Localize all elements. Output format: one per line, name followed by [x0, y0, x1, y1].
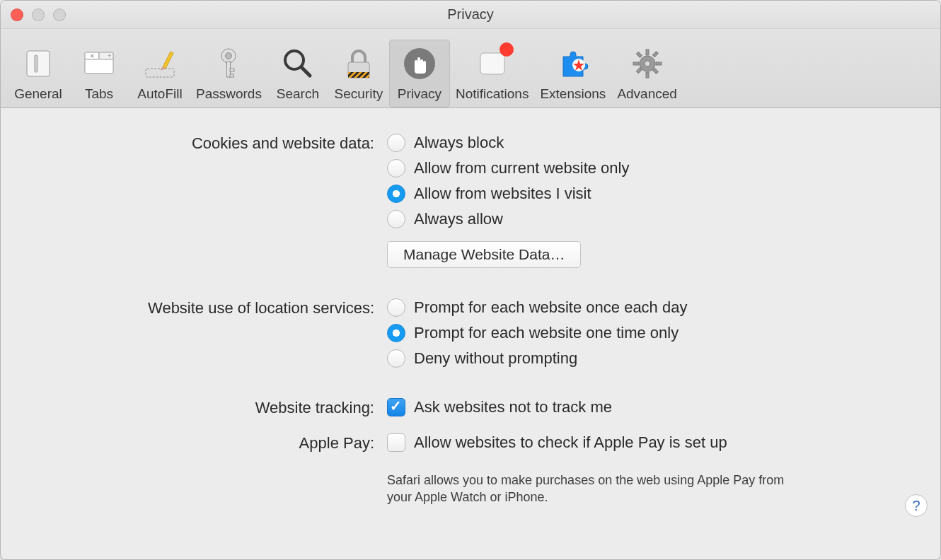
radio-cookies-current-only[interactable]: Allow from current website only: [387, 159, 629, 177]
tracking-section: Website tracking: Ask websites not to tr…: [26, 398, 915, 417]
radio-label: Prompt for each website once each day: [414, 298, 687, 317]
toolbar-item-general[interactable]: General: [8, 40, 69, 107]
location-label: Website use of location services:: [26, 298, 387, 317]
applepay-hint: Safari allows you to make purchases on t…: [387, 472, 804, 506]
svg-rect-26: [656, 62, 662, 65]
lock-icon: [339, 44, 379, 83]
svg-rect-1: [35, 55, 37, 72]
autofill-icon: [140, 44, 180, 83]
checkbox-label: Ask websites not to track me: [414, 398, 612, 416]
svg-rect-16: [348, 72, 369, 78]
toolbar-item-privacy[interactable]: Privacy: [389, 40, 450, 107]
toolbar-label: Notifications: [456, 86, 529, 102]
hand-icon: [400, 44, 439, 83]
checkbox-do-not-track[interactable]: Ask websites not to track me: [387, 398, 612, 416]
radio-label: Allow from websites I visit: [414, 185, 591, 203]
radio-location-deny[interactable]: Deny without prompting: [387, 349, 687, 368]
svg-rect-23: [646, 49, 649, 55]
notification-badge-icon: [500, 42, 514, 57]
radio-cookies-always-block[interactable]: Always block: [387, 134, 629, 152]
gear-icon: [628, 44, 667, 83]
svg-text:✕: ✕: [90, 53, 95, 59]
svg-point-9: [226, 53, 232, 59]
toolbar-item-notifications[interactable]: Notifications: [450, 40, 535, 107]
toolbar-label: Privacy: [398, 86, 441, 102]
toolbar-label: AutoFill: [137, 86, 182, 102]
toolbar-label: Advanced: [617, 86, 677, 102]
toolbar-item-passwords[interactable]: Passwords: [190, 40, 267, 107]
radio-label: Allow from current website only: [414, 159, 629, 177]
svg-text:+: +: [108, 52, 111, 59]
svg-rect-2: [85, 58, 113, 74]
preferences-toolbar: General ✕+ Tabs AutoFill Passwords Searc…: [1, 29, 940, 108]
toolbar-item-search[interactable]: Search: [267, 40, 328, 107]
toolbar-item-advanced[interactable]: Advanced: [611, 40, 683, 107]
titlebar: Privacy: [1, 1, 940, 29]
toolbar-item-security[interactable]: Security: [328, 40, 389, 107]
location-section: Website use of location services: Prompt…: [26, 298, 915, 368]
svg-rect-19: [480, 53, 504, 74]
puzzle-icon: [553, 44, 593, 83]
radio-label: Deny without prompting: [414, 349, 577, 368]
radio-location-prompt-once[interactable]: Prompt for each website one time only: [387, 324, 687, 342]
help-button[interactable]: ?: [905, 494, 928, 517]
toolbar-label: Tabs: [85, 86, 113, 102]
toolbar-label: Passwords: [196, 86, 262, 102]
applepay-section: Apple Pay: Allow websites to check if Ap…: [26, 433, 915, 506]
toolbar-item-autofill[interactable]: AutoFill: [129, 40, 190, 107]
search-icon: [278, 44, 318, 83]
radio-location-prompt-each-day[interactable]: Prompt for each website once each day: [387, 298, 687, 317]
svg-rect-24: [646, 72, 649, 78]
cookies-section: Cookies and website data: Always block A…: [26, 134, 915, 268]
svg-line-14: [301, 67, 310, 76]
radio-cookies-websites-i-visit[interactable]: Allow from websites I visit: [387, 185, 629, 203]
toolbar-item-extensions[interactable]: Extensions: [534, 40, 611, 107]
applepay-label: Apple Pay:: [26, 433, 387, 453]
radio-label: Prompt for each website one time only: [414, 324, 679, 342]
svg-rect-25: [633, 62, 639, 65]
svg-rect-7: [146, 69, 174, 77]
tracking-label: Website tracking:: [26, 398, 387, 417]
svg-point-22: [645, 61, 650, 66]
toolbar-item-tabs[interactable]: ✕+ Tabs: [69, 40, 129, 107]
svg-rect-28: [652, 68, 658, 74]
general-icon: [18, 44, 58, 83]
radio-label: Always block: [414, 134, 504, 152]
tabs-icon: ✕+: [79, 44, 119, 83]
checkbox-label: Allow websites to check if Apple Pay is …: [414, 433, 727, 452]
key-icon: [209, 44, 248, 83]
svg-rect-27: [636, 52, 642, 57]
svg-rect-12: [230, 74, 233, 77]
toolbar-label: General: [14, 86, 62, 102]
toolbar-label: Extensions: [540, 86, 606, 102]
radio-cookies-always-allow[interactable]: Always allow: [387, 210, 629, 228]
svg-rect-11: [230, 69, 234, 71]
svg-rect-29: [652, 52, 658, 57]
preferences-window: Privacy General ✕+ Tabs AutoFill Passwor…: [0, 0, 941, 560]
svg-rect-0: [27, 51, 50, 76]
notifications-icon: [473, 44, 512, 83]
toolbar-label: Search: [277, 86, 319, 102]
radio-label: Always allow: [414, 210, 503, 228]
window-title: Privacy: [1, 6, 940, 23]
manage-website-data-button[interactable]: Manage Website Data…: [387, 241, 581, 268]
toolbar-label: Security: [335, 86, 383, 102]
checkbox-applepay-check[interactable]: Allow websites to check if Apple Pay is …: [387, 433, 804, 452]
svg-rect-30: [636, 68, 642, 74]
privacy-pane: Cookies and website data: Always block A…: [1, 108, 940, 530]
cookies-label: Cookies and website data:: [26, 134, 387, 153]
